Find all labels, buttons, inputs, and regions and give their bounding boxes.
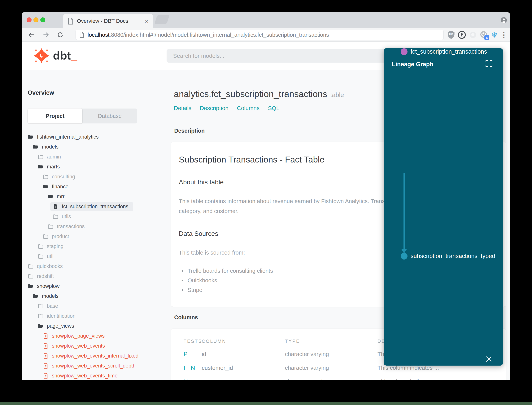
tree-item[interactable]: fishtown_internal_analytics (22, 132, 167, 142)
tree-item[interactable]: transactions (22, 222, 167, 231)
tree-item[interactable]: snowplow_page_views (22, 331, 167, 341)
folder-icon (38, 313, 44, 319)
toggle-option[interactable]: Project (28, 108, 82, 123)
tree-item[interactable]: snowplow_web_events_internal_fixed (22, 351, 167, 361)
tree-item-label: snowplow_web_events_internal_fixed (52, 353, 138, 359)
back-button[interactable] (27, 31, 36, 39)
tree-item[interactable]: identification (22, 311, 167, 321)
toggle-option[interactable]: Database (82, 108, 137, 123)
column-name: customer_name (202, 378, 243, 380)
model-nav-tab[interactable]: Description (200, 105, 229, 111)
tree-item-label: finance (52, 184, 68, 190)
model-file-icon (43, 333, 49, 339)
lineage-node[interactable]: subscription_transactions_typed (401, 253, 495, 260)
tree-item-pill: transactions (45, 222, 90, 231)
tree-item-label: util (47, 253, 53, 259)
reload-button[interactable] (56, 31, 65, 39)
model-nav-tab[interactable]: Columns (237, 105, 260, 111)
lineage-node[interactable]: fct_subscription_transactions (401, 48, 487, 55)
tree-item-label: admin (47, 154, 61, 160)
tree-item-pill: identification (35, 312, 80, 320)
url-host: localhost (88, 32, 109, 38)
browser-profile-avatar[interactable] (501, 17, 507, 23)
disabled-extension-icon[interactable] (468, 30, 478, 40)
column-name: customer_id (202, 364, 233, 371)
snowflake-extension-icon[interactable]: ❄ (490, 30, 499, 40)
tree-item-label: base (47, 303, 58, 309)
tree-item[interactable]: redshift (22, 271, 167, 281)
dbt-wordmark: dbt_ (53, 48, 77, 64)
tree-item-pill: fishtown_internal_analytics (26, 133, 104, 141)
tree-item[interactable]: consulting (22, 172, 167, 182)
ublock-extension-icon[interactable]: UO (447, 30, 456, 40)
folder-icon (48, 223, 53, 230)
folder-open-icon (33, 144, 39, 150)
tree-item[interactable]: finance (22, 182, 167, 192)
column-header: TYPE (285, 338, 300, 344)
tree-item[interactable]: utils (22, 211, 167, 222)
svg-text:x: x (486, 36, 488, 39)
tree-item[interactable]: marts (22, 162, 167, 172)
new-tab-button[interactable] (155, 15, 170, 24)
forward-button[interactable] (42, 31, 50, 39)
zoom-window-button[interactable] (40, 17, 45, 22)
tree-item[interactable]: staging (22, 241, 167, 251)
folder-open-icon (48, 194, 53, 200)
tree-item[interactable]: models (22, 291, 167, 301)
address-bar[interactable]: localhost:8080/index.html#!/model/model.… (76, 30, 444, 40)
tree-item-label: product (52, 234, 69, 239)
column-type: character varying (285, 364, 329, 371)
tree-item[interactable]: fct_subscription_transactions (22, 202, 167, 211)
dbt-logo-icon (33, 48, 50, 64)
onepassword-extension-icon[interactable] (457, 30, 466, 40)
svg-text:UO: UO (449, 33, 453, 36)
back-icon (28, 31, 35, 39)
tree-item-label: snowplow_web_events_time (52, 373, 118, 379)
tree-item-label: marts (47, 164, 60, 170)
divider (384, 352, 503, 352)
tree-item[interactable]: page_views (22, 321, 167, 331)
model-nav-tab[interactable]: Details (174, 105, 191, 111)
minimize-window-button[interactable] (33, 17, 39, 22)
table-row[interactable]: F N customer_id character varying This c… (171, 364, 506, 378)
lineage-node-dot (401, 253, 407, 260)
tree-item-pill: snowplow_web_events (40, 342, 110, 350)
tree-item[interactable]: snowplow_web_events (22, 341, 167, 351)
extension-badge: x (484, 35, 489, 40)
tree-item[interactable]: product (22, 231, 167, 241)
dbt-logo[interactable]: dbt_ (33, 48, 77, 64)
tree-item[interactable]: mrr (22, 192, 167, 202)
tree-item[interactable]: models (22, 142, 167, 152)
tree-item-pill: consulting (40, 172, 80, 181)
tree-item[interactable]: admin (22, 152, 167, 162)
table-row[interactable]: N customer_name character varying This c… (171, 378, 506, 380)
tree-item-label: fishtown_internal_analytics (37, 134, 99, 140)
browser-window: Overview - DBT Docs × localhost:8080/ind… (22, 12, 510, 380)
tree-item[interactable]: base (22, 301, 167, 311)
tab-close-icon[interactable]: × (144, 18, 148, 24)
browser-tab[interactable]: Overview - DBT Docs × (63, 14, 153, 28)
column-type: character varying (285, 378, 329, 380)
tree-item[interactable]: snowplow_web_events_scroll_depth (22, 361, 167, 371)
tree-item-label: snowplow_web_events_scroll_depth (52, 363, 136, 369)
tree-item[interactable]: quickbooks (22, 261, 167, 271)
model-file-icon (43, 363, 49, 369)
column-header: TESTS (184, 338, 202, 344)
browser-menu-icon[interactable]: ⋮ (499, 30, 508, 40)
model-nav-tab[interactable]: SQL (268, 105, 279, 111)
folder-open-icon (33, 293, 39, 299)
power-extension-icon[interactable]: x (479, 30, 488, 40)
tree-item[interactable]: snowplow (22, 281, 167, 291)
page-icon (79, 32, 84, 38)
close-icon[interactable] (485, 355, 493, 363)
folder-icon (38, 303, 44, 309)
column-type: character varying (285, 351, 329, 357)
folder-icon (28, 263, 34, 269)
url-text: localhost:8080/index.html#!/model/model.… (88, 32, 329, 38)
close-window-button[interactable] (26, 17, 32, 22)
tree-item[interactable]: util (22, 251, 167, 261)
tree-item[interactable]: snowplow_web_events_time (22, 371, 167, 380)
folder-open-icon (28, 134, 34, 140)
folder-icon (28, 273, 34, 279)
tree-item-pill: models (30, 292, 64, 301)
